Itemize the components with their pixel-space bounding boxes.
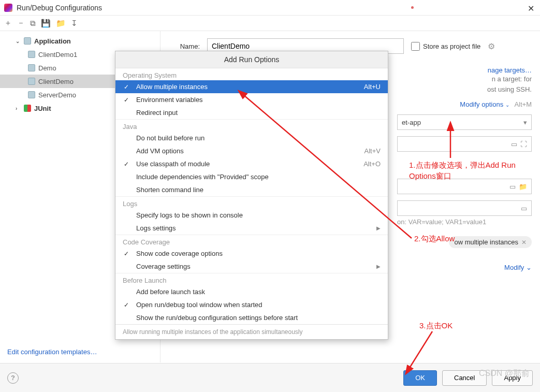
module-select[interactable]: et-app ▾ xyxy=(397,114,532,130)
save-icon[interactable]: 💾 xyxy=(41,19,51,28)
close-icon[interactable]: ✕ xyxy=(528,4,536,12)
popup-item[interactable]: Logs settings▶ xyxy=(115,222,388,235)
popup-item-label: Specify logs to be shown in console xyxy=(136,211,243,219)
popup-item-label: Redirect input xyxy=(136,109,178,117)
popup-item[interactable]: ✓Show code coverage options xyxy=(115,247,388,260)
edit-templates-link[interactable]: Edit configuration templates… xyxy=(7,348,97,356)
popup-item[interactable]: Redirect input xyxy=(115,106,388,119)
popup-title: Add Run Options xyxy=(115,51,388,68)
watermark: CSDN @那俞 xyxy=(479,368,530,379)
allow-multiple-chip[interactable]: ow multiple instances ✕ xyxy=(449,236,532,248)
application-icon xyxy=(28,91,35,98)
popup-item-label: Use classpath of module xyxy=(136,160,210,168)
add-run-options-popup: Add Run Options Operating System✓Allow m… xyxy=(115,51,388,340)
application-icon xyxy=(24,37,31,45)
help-button[interactable]: ? xyxy=(7,372,19,384)
tree-label: ClientDemo xyxy=(38,78,74,85)
popup-item[interactable]: Specify logs to be shown in console xyxy=(115,209,388,222)
application-icon xyxy=(28,51,35,58)
popup-section-header: Code Coverage xyxy=(115,235,388,247)
window-title: Run/Debug Configurations xyxy=(17,4,411,12)
popup-item[interactable]: ✓Allow multiple instancesAlt+U xyxy=(115,80,388,93)
copy-icon[interactable]: ⧉ xyxy=(30,19,36,28)
popup-item-label: Environment variables xyxy=(136,96,203,104)
remove-chip-icon[interactable]: ✕ xyxy=(521,239,527,246)
modify-link[interactable]: Modify ⌄ xyxy=(504,264,532,271)
popup-item-label: Add before launch task xyxy=(136,288,205,296)
tree-label: Application xyxy=(34,37,71,45)
remove-icon[interactable]: － xyxy=(17,18,25,28)
expand-icon[interactable]: ▭ xyxy=(509,183,516,191)
expand-icon[interactable]: ▭ xyxy=(521,205,527,212)
check-icon: ✓ xyxy=(124,161,129,168)
folder-icon[interactable]: 📁 xyxy=(56,19,66,28)
chevron-down-icon[interactable]: ⌄ xyxy=(16,38,21,44)
tree-label: ClientDemo1 xyxy=(38,51,77,59)
tree-label: ServerDemo xyxy=(38,91,76,99)
popup-item[interactable]: ✓Environment variables xyxy=(115,93,388,106)
shortcut-label: Alt+O xyxy=(363,160,381,168)
popup-footer: Allow running multiple instances of the … xyxy=(115,324,388,339)
store-as-project-file[interactable]: Store as project file xyxy=(411,42,480,51)
chevron-right-icon[interactable]: › xyxy=(16,106,21,111)
popup-item[interactable]: Shorten command line xyxy=(115,183,388,196)
toolbar: ＋ － ⧉ 💾 📁 ↧ xyxy=(0,16,540,31)
chip-label: ow multiple instances xyxy=(454,238,518,246)
working-dir-input[interactable]: ▭📁 xyxy=(397,179,532,194)
junit-icon xyxy=(24,105,31,112)
popup-item-label: Add VM options xyxy=(136,147,184,155)
chevron-right-icon: ▶ xyxy=(376,225,381,231)
popup-section-header: Java xyxy=(115,119,388,132)
env-vars-input[interactable]: ▭ xyxy=(397,200,532,216)
popup-item[interactable]: ✓Use classpath of moduleAlt+O xyxy=(115,157,388,170)
modify-shortcut: Alt+M xyxy=(514,100,532,108)
popup-section-header: Logs xyxy=(115,196,388,209)
gear-icon[interactable]: ⚙ xyxy=(488,41,495,51)
tree-label: JUnit xyxy=(34,105,51,112)
popup-item-label: Open run/debug tool window when started xyxy=(136,301,262,309)
titlebar: Run/Debug Configurations ✕ xyxy=(0,0,540,16)
sort-icon[interactable]: ↧ xyxy=(71,19,78,28)
popup-item[interactable]: Include dependencies with "Provided" sco… xyxy=(115,170,388,183)
popup-item-label: Allow multiple instances xyxy=(136,83,208,91)
popup-item-label: Logs settings xyxy=(136,224,176,232)
name-label: Name: xyxy=(169,42,200,50)
chevron-down-icon: ⌄ xyxy=(505,102,509,108)
add-icon[interactable]: ＋ xyxy=(4,18,12,28)
target-hint: ost using SSH. xyxy=(487,85,532,93)
browse-icon[interactable]: 📁 xyxy=(519,183,527,191)
chevron-down-icon: ⌄ xyxy=(526,264,532,271)
popup-item-label: Show code coverage options xyxy=(136,250,223,257)
modified-dot-icon xyxy=(411,6,414,9)
expand-icon[interactable]: ▭ xyxy=(511,140,517,148)
chevron-right-icon: ▶ xyxy=(376,264,381,269)
shortcut-label: Alt+V xyxy=(364,147,381,155)
chevron-down-icon: ▾ xyxy=(523,119,527,126)
dialog-button-bar: ? OK Cancel Apply xyxy=(0,363,540,392)
popup-item[interactable]: Show the run/debug configuration setting… xyxy=(115,311,388,324)
manage-targets-link[interactable]: nage targets… xyxy=(488,66,532,74)
tree-label: Demo xyxy=(38,64,56,72)
popup-item-label: Show the run/debug configuration setting… xyxy=(136,314,298,322)
popup-item-label: Do not build before run xyxy=(136,134,205,142)
popup-item[interactable]: Add before launch task xyxy=(115,285,388,298)
popup-section-header: Operating System xyxy=(115,68,388,80)
app-logo-icon xyxy=(4,4,12,12)
store-checkbox[interactable] xyxy=(411,42,420,51)
ok-button[interactable]: OK xyxy=(403,370,437,386)
program-args-input[interactable]: ▭⛶ xyxy=(397,136,532,152)
popup-item-label: Include dependencies with "Provided" sco… xyxy=(136,173,269,181)
popup-item[interactable]: Add VM optionsAlt+V xyxy=(115,144,388,157)
env-hint: on: VAR=value; VAR1=value1 xyxy=(397,218,532,226)
tree-group-application[interactable]: ⌄ Application xyxy=(0,34,160,48)
popup-item[interactable]: ✓Open run/debug tool window when started xyxy=(115,298,388,311)
popup-item[interactable]: Do not build before run xyxy=(115,132,388,144)
popup-item-label: Shorten command line xyxy=(136,186,203,194)
modify-options-link[interactable]: Modify options ⌄ xyxy=(460,100,511,108)
popup-item[interactable]: Coverage settings▶ xyxy=(115,260,388,273)
fullscreen-icon[interactable]: ⛶ xyxy=(520,140,527,148)
application-icon xyxy=(28,78,35,85)
popup-item-label: Coverage settings xyxy=(136,263,191,270)
shortcut-label: Alt+U xyxy=(364,83,381,91)
check-icon: ✓ xyxy=(124,83,129,91)
